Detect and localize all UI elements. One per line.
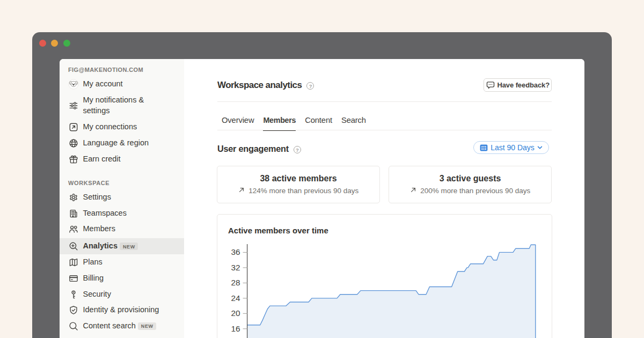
svg-text:20: 20 (231, 308, 240, 318)
svg-text:28: 28 (231, 278, 240, 287)
svg-text:32: 32 (231, 263, 240, 272)
svg-text:36: 36 (231, 247, 240, 256)
svg-text:16: 16 (231, 324, 240, 333)
svg-text:24: 24 (231, 293, 240, 303)
